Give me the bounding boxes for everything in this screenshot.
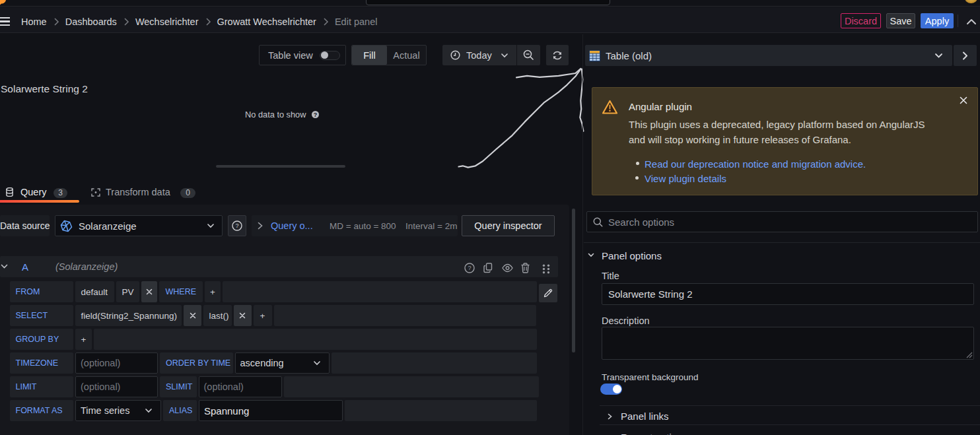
svg-text:?: ? xyxy=(468,265,471,271)
svg-text:?: ? xyxy=(235,222,238,229)
